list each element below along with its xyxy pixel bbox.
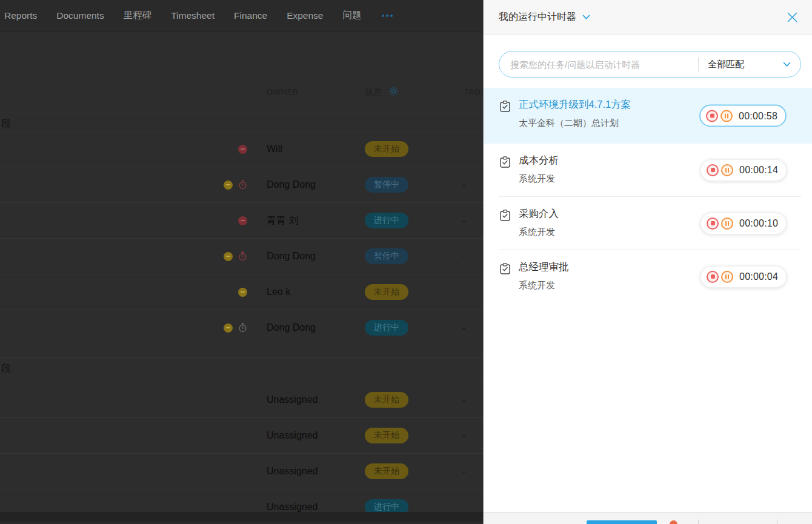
search-input[interactable] [499,59,698,70]
tag-value: - [462,395,465,405]
horizontal-scrollbar[interactable] [0,512,483,524]
timer-controls: 00:00:14 [701,159,787,181]
panel-header: 我的运行中计时器 [484,0,812,35]
status-badge[interactable]: 暂停中 [365,177,408,193]
owner-name: 青青 刘 [267,214,298,227]
running-timers-list: 正式环境升级到4.7.1方案 太平金科（二期）总计划 00:00:58 成本分析… [484,88,812,303]
close-icon[interactable] [785,10,800,25]
tag-value: - [462,466,465,477]
task-clipboard-icon [500,101,510,112]
nav-item-timesheet[interactable]: Timesheet [171,10,215,21]
timer-item[interactable]: 成本分析 系统开发 00:00:14 [484,144,812,196]
match-filter-dropdown[interactable]: 全部匹配 [699,59,800,70]
search-section: 全部匹配 [484,35,812,78]
timer-controls: 00:00:04 [701,266,787,288]
timer-controls: 00:00:10 [701,213,787,234]
bottom-blue-button-edge[interactable] [587,520,657,524]
status-badge[interactable]: 进行中 [365,320,408,336]
panel-title: 我的运行中计时器 [499,11,576,24]
timer-task-title[interactable]: 总经理审批 [519,260,685,274]
status-badge[interactable]: 进行中 [365,213,408,228]
timer-task-project: 系统开发 [519,280,685,291]
stop-timer-button[interactable] [707,164,719,176]
running-timers-panel: 我的运行中计时器 全部匹配 正式环境升级 [483,0,812,524]
pause-timer-button[interactable] [721,217,733,230]
tag-value: - [462,180,465,190]
owner-name: Dong Dong [267,179,316,190]
column-header-owner[interactable]: OWNER [267,87,299,96]
tag-value: - [462,216,465,226]
status-badge[interactable]: 未开始 [365,463,408,479]
tag-value: - [462,287,465,297]
nav-item-expense[interactable]: Expense [287,10,323,21]
timer-stopwatch-icon[interactable] [238,251,247,261]
match-filter-value: 全部匹配 [708,59,744,70]
nav-more-icon[interactable] [382,15,393,17]
timer-item[interactable]: 采购介入 系统开发 00:00:10 [484,197,812,250]
owner-name: Unassigned [267,466,318,477]
percent-complete-icon [238,216,247,225]
status-badge[interactable]: 未开始 [365,284,408,300]
elapsed-time: 00:00:14 [739,165,778,176]
timer-task-project: 太平金科（二期）总计划 [519,118,685,129]
owner-name: Leo k [267,287,290,297]
status-badge[interactable]: 未开始 [365,428,408,443]
owner-name: Unassigned [267,394,318,405]
column-header-status[interactable]: 状态 [365,87,382,98]
tag-value: - [462,431,465,441]
tag-value: - [462,323,465,333]
bottom-orange-icon[interactable] [670,520,677,524]
elapsed-time: 00:00:10 [739,218,778,229]
elapsed-time: 00:00:04 [739,271,778,282]
percent-complete-icon [238,288,247,297]
divider [698,520,699,524]
percent-complete-icon [238,145,247,154]
elapsed-time: 00:00:58 [739,110,777,121]
pause-timer-button[interactable] [720,110,733,122]
stop-timer-button[interactable] [707,271,719,283]
nav-item-issues[interactable]: 问题 [342,9,361,22]
timer-task-project: 系统开发 [519,227,685,238]
status-badge[interactable]: 暂停中 [365,248,408,264]
divider [777,520,777,524]
owner-name: Will [267,144,282,154]
timer-task-title[interactable]: 采购介入 [519,207,685,221]
nav-item-documents[interactable]: Documents [56,10,104,21]
owner-name: Unassigned [267,502,318,512]
timer-item[interactable]: 总经理审批 系统开发 00:00:04 [484,250,812,303]
task-clipboard-icon [500,156,510,168]
timer-controls: 00:00:58 [699,105,787,127]
timer-item[interactable]: 正式环境升级到4.7.1方案 太平金科（二期）总计划 00:00:58 [484,88,812,144]
panel-bottom-bar [484,512,812,524]
task-clipboard-icon [500,263,510,274]
nav-item-reports[interactable]: Reports [4,10,37,21]
percent-complete-icon [224,323,233,333]
nav-item-milestones[interactable]: 里程碑 [124,9,152,22]
status-badge[interactable]: 未开始 [365,392,408,408]
timer-task-title[interactable]: 成本分析 [519,154,685,167]
percent-complete-icon [224,252,233,261]
timer-task-title[interactable]: 正式环境升级到4.7.1方案 [519,98,685,111]
timer-search-pill: 全部匹配 [499,51,801,78]
owner-name: Unassigned [267,430,318,441]
chevron-down-icon [783,62,791,67]
stop-timer-button[interactable] [707,217,719,230]
tag-value: - [462,144,465,154]
tag-value: - [462,251,465,262]
pause-timer-button[interactable] [721,164,733,176]
status-settings-gear-icon[interactable] [389,87,398,96]
owner-name: Dong Dong [267,251,316,262]
timer-stopwatch-icon[interactable] [238,180,247,190]
panel-title-chevron-down-icon[interactable] [582,15,590,20]
owner-name: Dong Dong [267,322,316,333]
timer-stopwatch-icon[interactable] [238,323,247,333]
nav-item-finance[interactable]: Finance [234,10,267,21]
percent-complete-icon [224,181,233,190]
status-badge[interactable]: 未开始 [365,141,408,157]
stop-timer-button[interactable] [706,110,718,122]
pause-timer-button[interactable] [721,271,733,283]
task-clipboard-icon [500,210,510,221]
tag-value: - [462,502,465,512]
timer-task-project: 系统开发 [519,173,685,185]
